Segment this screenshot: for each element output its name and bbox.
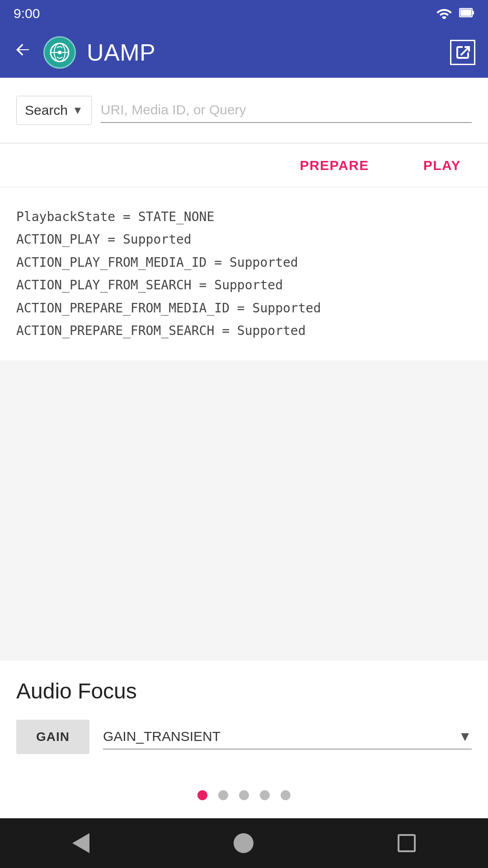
status-icons [436,6,474,21]
nav-back-icon [72,833,89,853]
app-logo [43,36,76,69]
status-time: 9:00 [14,6,40,21]
search-type-dropdown[interactable]: Search ▼ [16,96,92,125]
nav-home-button[interactable] [234,833,253,853]
battery-icon [459,6,474,21]
audio-focus-title: Audio Focus [16,679,472,703]
back-button[interactable] [13,40,33,65]
wifi-icon [436,6,452,21]
nav-back-button[interactable] [72,833,89,853]
page-dot-2[interactable] [218,790,228,800]
search-input[interactable] [101,98,472,123]
nav-recents-button[interactable] [398,834,416,852]
page-dot-3[interactable] [239,790,249,800]
svg-point-6 [58,51,61,54]
status-line-2: ACTION_PLAY = Supported [16,228,472,251]
audio-focus-section: Audio Focus GAIN GAIN_TRANSIENT ▼ [0,660,488,777]
status-line-4: ACTION_PLAY_FROM_SEARCH = Supported [16,274,472,297]
dropdown-arrow-icon: ▼ [72,104,83,117]
gain-dropdown-arrow-icon: ▼ [458,729,472,744]
status-line-5: ACTION_PREPARE_FROM_MEDIA_ID = Supported [16,297,472,320]
gain-button[interactable]: GAIN [16,720,89,754]
play-button[interactable]: PLAY [423,158,461,173]
page-dot-4[interactable] [260,790,270,800]
nav-bar [0,818,488,868]
main-content: Search ▼ PREPARE PLAY PlaybackState = ST… [0,78,488,818]
open-external-button[interactable] [450,40,475,65]
nav-home-icon [234,833,253,853]
app-title: UAMP [87,39,155,66]
search-input-wrapper [101,98,472,123]
gain-type-dropdown[interactable]: GAIN_TRANSIENT ▼ [103,724,472,750]
app-bar: UAMP [0,27,488,78]
search-row: Search ▼ [0,78,488,143]
svg-rect-1 [472,11,474,14]
page-dot-1[interactable] [197,790,207,800]
status-line-6: ACTION_PREPARE_FROM_SEARCH = Supported [16,320,472,342]
audio-focus-controls: GAIN GAIN_TRANSIENT ▼ [16,720,472,754]
search-type-label: Search [25,103,68,118]
action-buttons: PREPARE PLAY [0,144,488,187]
gain-dropdown-label: GAIN_TRANSIENT [103,729,221,744]
prepare-button[interactable]: PREPARE [300,158,369,173]
status-bar: 9:00 [0,0,488,27]
page-indicators [0,777,488,818]
content-spacer [0,360,488,660]
nav-recents-icon [398,834,416,852]
svg-rect-2 [460,9,471,16]
status-info: PlaybackState = STATE_NONE ACTION_PLAY =… [0,188,488,360]
status-line-3: ACTION_PLAY_FROM_MEDIA_ID = Supported [16,251,472,274]
status-line-1: PlaybackState = STATE_NONE [16,206,472,228]
page-dot-5[interactable] [281,790,291,800]
app-bar-left: UAMP [13,36,155,69]
